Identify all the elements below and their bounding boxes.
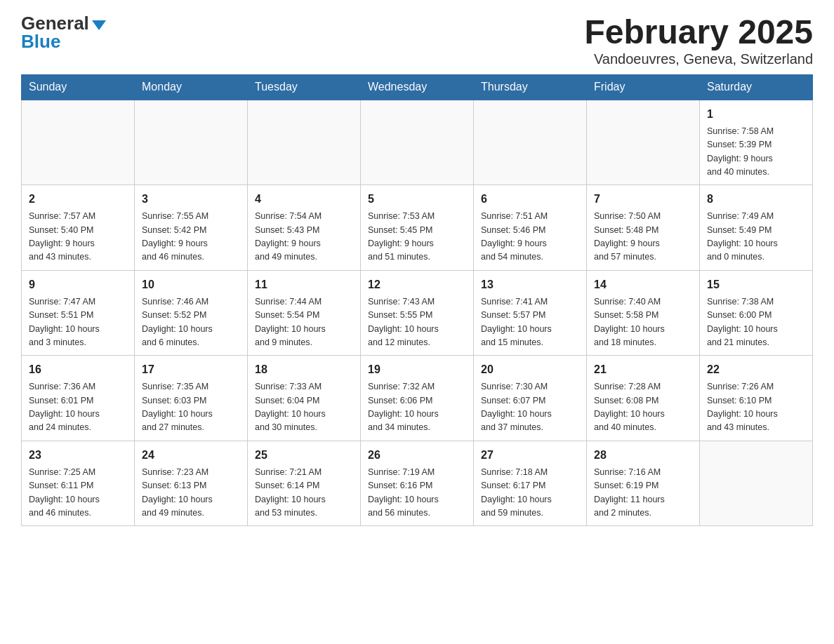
day-number: 26 (368, 447, 466, 464)
calendar-cell: 11Sunrise: 7:44 AM Sunset: 5:54 PM Dayli… (248, 270, 361, 356)
header-monday: Monday (135, 74, 248, 100)
calendar-cell: 10Sunrise: 7:46 AM Sunset: 5:52 PM Dayli… (135, 270, 248, 356)
day-info: Sunrise: 7:21 AM Sunset: 6:14 PM Dayligh… (255, 466, 353, 521)
day-number: 17 (142, 361, 240, 378)
calendar-cell: 20Sunrise: 7:30 AM Sunset: 6:07 PM Dayli… (474, 356, 587, 441)
title-block: February 2025 Vandoeuvres, Geneva, Switz… (584, 14, 813, 67)
page-subtitle: Vandoeuvres, Geneva, Switzerland (584, 51, 813, 67)
calendar-cell: 19Sunrise: 7:32 AM Sunset: 6:06 PM Dayli… (361, 356, 474, 441)
calendar-cell: 1Sunrise: 7:58 AM Sunset: 5:39 PM Daylig… (700, 100, 813, 185)
day-info: Sunrise: 7:19 AM Sunset: 6:16 PM Dayligh… (368, 466, 466, 521)
calendar-cell: 15Sunrise: 7:38 AM Sunset: 6:00 PM Dayli… (700, 270, 813, 356)
calendar-cell (361, 100, 474, 185)
page-header: General Blue February 2025 Vandoeuvres, … (21, 14, 813, 67)
day-number: 15 (707, 276, 805, 293)
day-number: 9 (29, 276, 127, 293)
day-info: Sunrise: 7:28 AM Sunset: 6:08 PM Dayligh… (594, 380, 692, 435)
header-friday: Friday (587, 74, 700, 100)
day-number: 14 (594, 276, 692, 293)
day-info: Sunrise: 7:30 AM Sunset: 6:07 PM Dayligh… (481, 380, 579, 435)
day-info: Sunrise: 7:26 AM Sunset: 6:10 PM Dayligh… (707, 380, 805, 435)
day-number: 6 (481, 191, 579, 208)
calendar-body: 1Sunrise: 7:58 AM Sunset: 5:39 PM Daylig… (22, 100, 813, 526)
day-info: Sunrise: 7:38 AM Sunset: 6:00 PM Dayligh… (707, 295, 805, 350)
day-info: Sunrise: 7:49 AM Sunset: 5:49 PM Dayligh… (707, 210, 805, 264)
day-number: 3 (142, 191, 240, 208)
day-number: 21 (594, 361, 692, 378)
day-info: Sunrise: 7:53 AM Sunset: 5:45 PM Dayligh… (368, 210, 466, 264)
calendar-cell (587, 100, 700, 185)
day-info: Sunrise: 7:55 AM Sunset: 5:42 PM Dayligh… (142, 210, 240, 264)
calendar-cell: 18Sunrise: 7:33 AM Sunset: 6:04 PM Dayli… (248, 356, 361, 441)
day-number: 8 (707, 191, 805, 208)
calendar-week-3: 16Sunrise: 7:36 AM Sunset: 6:01 PM Dayli… (22, 356, 813, 441)
logo: General Blue (21, 14, 106, 51)
day-info: Sunrise: 7:16 AM Sunset: 6:19 PM Dayligh… (594, 466, 692, 521)
header-thursday: Thursday (474, 74, 587, 100)
calendar-week-4: 23Sunrise: 7:25 AM Sunset: 6:11 PM Dayli… (22, 441, 813, 526)
day-number: 10 (142, 276, 240, 293)
day-number: 2 (29, 191, 127, 208)
day-info: Sunrise: 7:50 AM Sunset: 5:48 PM Dayligh… (594, 210, 692, 264)
calendar-cell: 22Sunrise: 7:26 AM Sunset: 6:10 PM Dayli… (700, 356, 813, 441)
header-sunday: Sunday (22, 74, 135, 100)
day-number: 13 (481, 276, 579, 293)
day-number: 4 (255, 191, 353, 208)
day-number: 18 (255, 361, 353, 378)
calendar-cell: 2Sunrise: 7:57 AM Sunset: 5:40 PM Daylig… (22, 185, 135, 271)
day-info: Sunrise: 7:40 AM Sunset: 5:58 PM Dayligh… (594, 295, 692, 350)
calendar-cell: 5Sunrise: 7:53 AM Sunset: 5:45 PM Daylig… (361, 185, 474, 271)
calendar-week-0: 1Sunrise: 7:58 AM Sunset: 5:39 PM Daylig… (22, 100, 813, 185)
calendar-week-1: 2Sunrise: 7:57 AM Sunset: 5:40 PM Daylig… (22, 185, 813, 271)
day-number: 24 (142, 447, 240, 464)
calendar-cell: 27Sunrise: 7:18 AM Sunset: 6:17 PM Dayli… (474, 441, 587, 526)
day-number: 1 (707, 106, 805, 123)
logo-blue-row: Blue (21, 32, 60, 51)
calendar-cell (700, 441, 813, 526)
calendar-header: Sunday Monday Tuesday Wednesday Thursday… (22, 74, 813, 100)
day-number: 11 (255, 276, 353, 293)
logo-triangle-icon (92, 20, 106, 30)
day-number: 19 (368, 361, 466, 378)
day-info: Sunrise: 7:25 AM Sunset: 6:11 PM Dayligh… (29, 466, 127, 521)
day-info: Sunrise: 7:51 AM Sunset: 5:46 PM Dayligh… (481, 210, 579, 264)
day-info: Sunrise: 7:58 AM Sunset: 5:39 PM Dayligh… (707, 125, 805, 180)
day-info: Sunrise: 7:32 AM Sunset: 6:06 PM Dayligh… (368, 380, 466, 435)
calendar-cell: 21Sunrise: 7:28 AM Sunset: 6:08 PM Dayli… (587, 356, 700, 441)
calendar-cell: 26Sunrise: 7:19 AM Sunset: 6:16 PM Dayli… (361, 441, 474, 526)
day-info: Sunrise: 7:41 AM Sunset: 5:57 PM Dayligh… (481, 295, 579, 350)
calendar-cell: 24Sunrise: 7:23 AM Sunset: 6:13 PM Dayli… (135, 441, 248, 526)
calendar-cell: 17Sunrise: 7:35 AM Sunset: 6:03 PM Dayli… (135, 356, 248, 441)
day-info: Sunrise: 7:36 AM Sunset: 6:01 PM Dayligh… (29, 380, 127, 435)
day-number: 23 (29, 447, 127, 464)
calendar-cell (474, 100, 587, 185)
calendar-cell: 28Sunrise: 7:16 AM Sunset: 6:19 PM Dayli… (587, 441, 700, 526)
header-wednesday: Wednesday (361, 74, 474, 100)
calendar-cell: 3Sunrise: 7:55 AM Sunset: 5:42 PM Daylig… (135, 185, 248, 271)
calendar-cell: 25Sunrise: 7:21 AM Sunset: 6:14 PM Dayli… (248, 441, 361, 526)
calendar-week-2: 9Sunrise: 7:47 AM Sunset: 5:51 PM Daylig… (22, 270, 813, 356)
header-saturday: Saturday (700, 74, 813, 100)
day-number: 5 (368, 191, 466, 208)
calendar-cell (135, 100, 248, 185)
day-number: 22 (707, 361, 805, 378)
calendar-cell: 14Sunrise: 7:40 AM Sunset: 5:58 PM Dayli… (587, 270, 700, 356)
day-info: Sunrise: 7:23 AM Sunset: 6:13 PM Dayligh… (142, 466, 240, 521)
day-info: Sunrise: 7:18 AM Sunset: 6:17 PM Dayligh… (481, 466, 579, 521)
calendar-cell: 12Sunrise: 7:43 AM Sunset: 5:55 PM Dayli… (361, 270, 474, 356)
day-number: 7 (594, 191, 692, 208)
calendar-cell (22, 100, 135, 185)
page-title: February 2025 (584, 14, 813, 51)
day-info: Sunrise: 7:46 AM Sunset: 5:52 PM Dayligh… (142, 295, 240, 350)
logo-blue-text: Blue (21, 31, 60, 52)
day-info: Sunrise: 7:44 AM Sunset: 5:54 PM Dayligh… (255, 295, 353, 350)
day-info: Sunrise: 7:57 AM Sunset: 5:40 PM Dayligh… (29, 210, 127, 264)
calendar-cell: 9Sunrise: 7:47 AM Sunset: 5:51 PM Daylig… (22, 270, 135, 356)
calendar-cell: 8Sunrise: 7:49 AM Sunset: 5:49 PM Daylig… (700, 185, 813, 271)
logo-general-row: General (21, 14, 106, 32)
day-info: Sunrise: 7:43 AM Sunset: 5:55 PM Dayligh… (368, 295, 466, 350)
calendar-cell: 4Sunrise: 7:54 AM Sunset: 5:43 PM Daylig… (248, 185, 361, 271)
day-number: 16 (29, 361, 127, 378)
calendar-cell (248, 100, 361, 185)
day-number: 12 (368, 276, 466, 293)
